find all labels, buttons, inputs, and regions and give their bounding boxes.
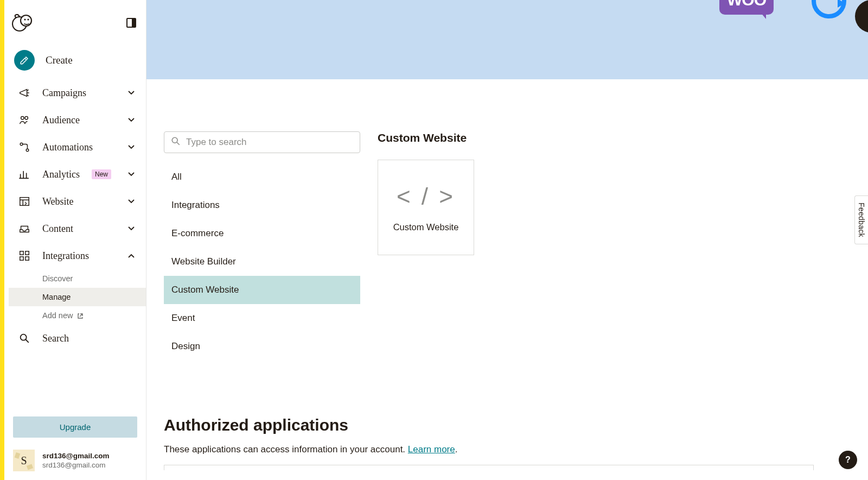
chevron-up-icon: [126, 251, 136, 261]
integration-card-custom-website[interactable]: < / > Custom Website: [378, 160, 474, 255]
category-integrations[interactable]: Integrations: [164, 191, 360, 219]
new-badge: New: [92, 169, 111, 179]
nav-label: Create: [46, 54, 73, 66]
nav-label: Audience: [42, 115, 80, 126]
nav-label: Content: [42, 223, 73, 235]
upgrade-button[interactable]: Upgrade: [13, 416, 137, 438]
svg-point-6: [20, 143, 23, 146]
megaphone-icon: [17, 86, 31, 100]
search-input[interactable]: [186, 137, 353, 148]
code-icon: < / >: [397, 183, 455, 210]
feedback-tab[interactable]: Feedback: [854, 195, 868, 244]
nav-label: Analytics: [42, 169, 80, 180]
authorized-applications-section: Authorized applications These applicatio…: [164, 416, 814, 470]
external-link-icon: [77, 312, 84, 319]
grid-icon: [17, 249, 31, 263]
sidebar-item-search[interactable]: Search: [4, 325, 146, 352]
sidebar-item-website[interactable]: Website: [4, 188, 146, 215]
subnav-label: Discover: [42, 274, 73, 283]
subnav-label: Add new: [42, 311, 73, 320]
layout-icon: [17, 194, 31, 209]
account-line2: srd136@gmail.com: [42, 461, 109, 469]
subnav-manage[interactable]: Manage: [9, 288, 146, 306]
bars-icon: [17, 167, 31, 181]
auth-apps-title: Authorized applications: [164, 416, 814, 434]
svg-rect-10: [25, 251, 29, 255]
svg-point-4: [21, 117, 24, 120]
accent-strip: [0, 0, 4, 480]
svg-point-14: [172, 137, 177, 143]
search-icon: [17, 331, 31, 345]
chevron-down-icon: [126, 142, 136, 152]
nav-label: Automations: [42, 142, 93, 153]
svg-rect-12: [25, 257, 29, 260]
nav-label: Integrations: [42, 250, 89, 262]
category-custom-website[interactable]: Custom Website: [164, 276, 360, 304]
chevron-down-icon: [126, 88, 136, 98]
svg-rect-8: [20, 198, 29, 206]
avatar: S: [13, 450, 35, 471]
svg-rect-9: [20, 251, 23, 255]
category-website-builder[interactable]: Website Builder: [164, 248, 360, 276]
svg-point-2: [24, 18, 25, 20]
sidebar-item-analytics[interactable]: Analytics New: [4, 161, 146, 188]
sidebar-item-campaigns[interactable]: Campaigns: [4, 79, 146, 106]
create-button[interactable]: Create: [4, 46, 146, 79]
category-ecommerce[interactable]: E-commerce: [164, 219, 360, 248]
collapse-sidebar-button[interactable]: [126, 18, 136, 28]
auth-apps-description: These applications can access informatio…: [164, 444, 814, 455]
tray-icon: [17, 222, 31, 236]
upgrade-label: Upgrade: [60, 422, 91, 432]
sidebar-item-content[interactable]: Content: [4, 215, 146, 242]
account-line1: srd136@gmail.com: [42, 452, 109, 460]
search-box[interactable]: [164, 131, 360, 153]
help-button[interactable]: ?: [839, 451, 857, 469]
category-design[interactable]: Design: [164, 332, 360, 361]
nav-label: Search: [42, 333, 69, 344]
card-label: Custom Website: [393, 222, 459, 232]
results-title: Custom Website: [378, 131, 851, 144]
partner-logo: [812, 0, 846, 18]
chevron-down-icon: [126, 115, 136, 125]
main: WOO All Integrations E-commerce Website …: [146, 0, 868, 480]
sidebar: Create Campaigns Audience: [4, 0, 146, 480]
sidebar-item-audience[interactable]: Audience: [4, 106, 146, 134]
category-event[interactable]: Event: [164, 304, 360, 332]
chevron-down-icon: [126, 224, 136, 233]
nav-label: Campaigns: [42, 87, 86, 99]
sidebar-item-automations[interactable]: Automations: [4, 134, 146, 161]
svg-point-5: [25, 117, 28, 120]
search-icon: [171, 136, 181, 148]
woo-logo: WOO: [719, 0, 774, 15]
subnav-add-new[interactable]: Add new: [42, 306, 146, 325]
pencil-icon: [14, 50, 35, 71]
brand-logo[interactable]: [12, 12, 34, 34]
people-icon: [17, 113, 31, 127]
partner-logo-dark: [855, 0, 868, 33]
svg-point-3: [27, 18, 29, 20]
svg-point-7: [26, 149, 29, 151]
svg-rect-11: [20, 257, 23, 260]
auth-apps-table: [164, 465, 814, 470]
learn-more-link[interactable]: Learn more: [408, 444, 455, 454]
path-icon: [17, 140, 31, 154]
integrations-subnav: Discover Manage Add new: [4, 269, 146, 325]
subnav-discover[interactable]: Discover: [42, 269, 146, 288]
account-text: srd136@gmail.com srd136@gmail.com: [42, 452, 109, 469]
nav-label: Website: [42, 196, 74, 207]
category-list: All Integrations E-commerce Website Buil…: [164, 163, 360, 361]
svg-point-13: [21, 334, 27, 340]
sidebar-item-integrations[interactable]: Integrations: [4, 242, 146, 269]
hero-banner: WOO: [146, 0, 868, 79]
category-all[interactable]: All: [164, 163, 360, 191]
chevron-down-icon: [126, 197, 136, 206]
subnav-label: Manage: [42, 293, 71, 301]
chevron-down-icon: [126, 169, 136, 179]
account-menu[interactable]: S srd136@gmail.com srd136@gmail.com: [4, 445, 146, 480]
